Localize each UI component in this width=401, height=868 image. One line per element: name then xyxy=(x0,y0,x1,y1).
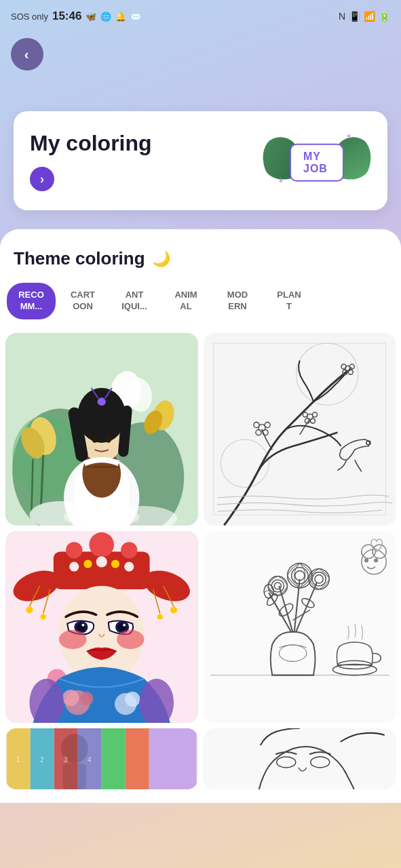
status-bar: SOS only 15:46 🦋 🌐 🔔 ✉️ N 📳 📶 🔋 xyxy=(0,0,401,30)
banner-card: My coloring › MY JOB ✦ ✦ • xyxy=(14,111,387,210)
coloring-roses xyxy=(204,531,396,724)
wifi-icon: 📶 xyxy=(364,11,375,22)
banner-left: My coloring › xyxy=(30,130,263,191)
back-button[interactable]: ‹ xyxy=(11,38,43,71)
back-arrow-icon: ‹ xyxy=(24,47,29,62)
roses-svg xyxy=(204,531,396,724)
svg-point-55 xyxy=(83,559,92,568)
tab-antique[interactable]: ANTIQUI... xyxy=(110,283,159,319)
svg-point-62 xyxy=(26,606,33,613)
facelineart-svg xyxy=(204,728,396,789)
banner-arrow-button[interactable]: › xyxy=(30,167,54,191)
status-icon-mail: ✉️ xyxy=(130,12,141,22)
svg-text:2: 2 xyxy=(40,756,44,764)
coloring-branches xyxy=(204,333,396,526)
svg-point-54 xyxy=(69,561,79,571)
myjob-label: MY JOB xyxy=(303,151,328,174)
svg-rect-127 xyxy=(63,764,86,789)
svg-rect-124 xyxy=(126,728,149,789)
svg-point-116 xyxy=(364,558,368,562)
sos-text: SOS only xyxy=(11,12,48,22)
grid-item-branches[interactable] xyxy=(204,333,396,526)
banner-right: MY JOB ✦ ✦ • xyxy=(263,130,371,191)
svg-point-53 xyxy=(121,542,137,558)
tab-cartoon[interactable]: CARTOON xyxy=(58,283,107,319)
myjob-box: MY JOB xyxy=(290,144,344,182)
status-left: SOS only 15:46 🦋 🌐 🔔 ✉️ xyxy=(11,9,141,23)
header-area: ‹ xyxy=(0,30,401,71)
branches-svg xyxy=(204,333,396,526)
svg-rect-123 xyxy=(102,728,126,789)
sparkle-icon-1: ✦ xyxy=(345,132,352,141)
colorstrips-svg: 1 2 3 4 xyxy=(5,728,198,789)
svg-point-21 xyxy=(92,436,98,443)
grid-item-opera[interactable] xyxy=(5,531,198,724)
svg-point-64 xyxy=(41,614,46,619)
svg-point-18 xyxy=(77,388,126,443)
battery-icon: 🔋 xyxy=(379,11,390,22)
status-icon-butterfly: 🦋 xyxy=(85,12,96,22)
content-section: Theme coloring 🌙 RECOMM... CARTOON ANTIQ… xyxy=(0,229,401,803)
grid-item-colorstrips[interactable]: 1 2 3 4 xyxy=(5,728,198,789)
svg-point-73 xyxy=(81,623,84,626)
svg-point-58 xyxy=(124,561,134,571)
opera-svg xyxy=(5,531,198,724)
section-header: Theme coloring 🌙 xyxy=(0,248,401,283)
grid-item-facelineart[interactable] xyxy=(204,728,396,789)
svg-rect-132 xyxy=(204,728,394,789)
svg-point-51 xyxy=(90,532,114,557)
svg-point-77 xyxy=(123,623,126,626)
myjob-illustration: MY JOB ✦ ✦ • xyxy=(263,130,371,191)
svg-point-23 xyxy=(98,397,106,406)
svg-point-22 xyxy=(106,436,111,443)
svg-point-52 xyxy=(66,542,82,558)
coloring-opera xyxy=(5,531,198,724)
svg-point-117 xyxy=(374,558,378,562)
svg-point-85 xyxy=(79,692,93,705)
status-icon-globe: 🌐 xyxy=(100,12,111,22)
nfc-icon: N xyxy=(339,11,345,22)
vibrate-icon: 📳 xyxy=(349,11,360,22)
grid-item-roses[interactable] xyxy=(204,531,396,724)
section-moon-icon: 🌙 xyxy=(152,250,170,268)
svg-point-87 xyxy=(125,692,140,707)
tab-plant[interactable]: PLANT xyxy=(265,283,313,319)
svg-rect-125 xyxy=(149,728,197,789)
svg-text:4: 4 xyxy=(88,756,92,764)
tabs-container: RECOMM... CARTOON ANTIQUI... ANIMAL MODE… xyxy=(0,283,401,333)
tab-modern[interactable]: MODERN xyxy=(213,283,262,319)
partial-row: 1 2 3 4 xyxy=(0,723,401,789)
svg-text:1: 1 xyxy=(16,756,20,764)
svg-point-56 xyxy=(96,556,107,567)
tab-recommend[interactable]: RECOMM... xyxy=(7,283,56,319)
section-title: Theme coloring xyxy=(14,248,145,269)
svg-point-84 xyxy=(62,690,79,706)
svg-point-68 xyxy=(157,614,163,619)
svg-point-66 xyxy=(170,606,177,613)
status-icon-bell: 🔔 xyxy=(115,12,126,22)
sparkle-icon-2: ✦ xyxy=(278,176,284,186)
image-grid xyxy=(0,333,401,723)
svg-point-57 xyxy=(111,559,119,568)
tab-animal[interactable]: ANIMAL xyxy=(161,283,210,319)
coloring-warrior xyxy=(5,333,198,526)
warrior-svg xyxy=(5,333,198,526)
banner-btn-arrow-icon: › xyxy=(40,172,44,186)
clock: 15:46 xyxy=(52,9,81,23)
grid-item-warrior[interactable] xyxy=(5,333,198,526)
svg-point-79 xyxy=(117,629,145,648)
status-right-icons: N 📳 📶 🔋 xyxy=(339,11,390,22)
svg-point-78 xyxy=(59,629,87,648)
banner-title: My coloring xyxy=(30,130,263,156)
svg-text:3: 3 xyxy=(64,756,68,764)
